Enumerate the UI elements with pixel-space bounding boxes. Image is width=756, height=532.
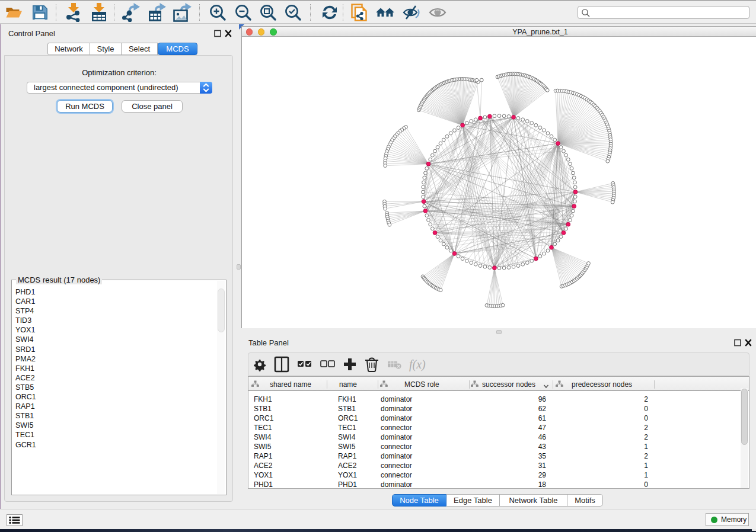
svg-text:f(x): f(x)	[409, 358, 426, 371]
